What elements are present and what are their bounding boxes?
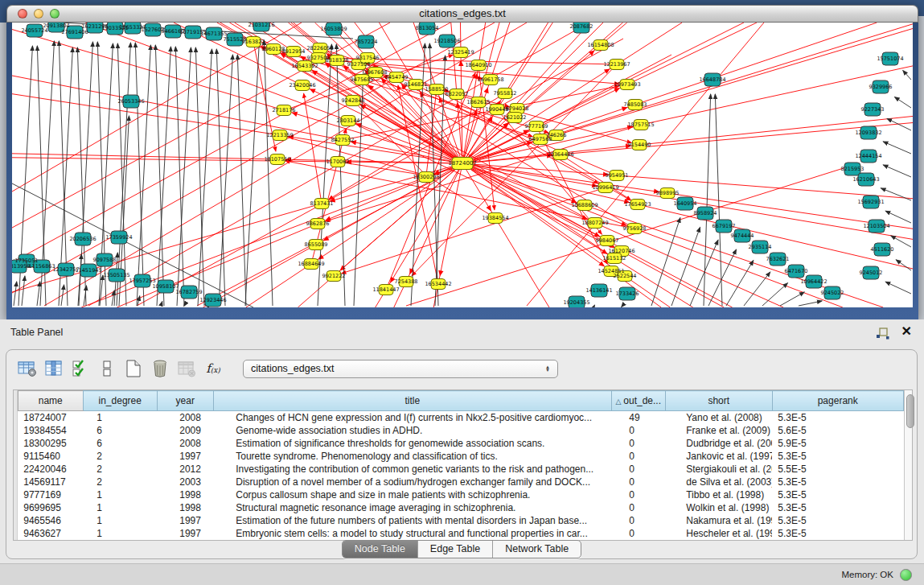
table-row[interactable]: 1938455462009Genome-wide association stu… [18,424,903,437]
table-cell: Nakamura et al. (1997) [665,514,772,527]
table-row[interactable]: 977716911998Corpus callosum shape and si… [18,488,903,501]
graph-edge[interactable] [885,211,911,223]
graph-edge[interactable] [78,254,81,306]
float-panel-icon[interactable] [876,328,890,340]
graph-edge[interactable] [651,218,680,306]
graph-node-label: 2087682 [570,23,593,30]
table-selector-dropdown[interactable]: citations_edges.txt ▲▼ [243,360,558,378]
graph-edge[interactable] [137,45,150,306]
graph-edge[interactable] [12,23,302,192]
zoom-window-button[interactable] [50,9,60,19]
graph-edge[interactable] [336,44,345,306]
graph-edge[interactable] [264,40,273,306]
graph-edge[interactable] [161,301,162,306]
table-selector-value: citations_edges.txt [251,363,335,374]
graph-edge[interactable] [14,282,17,306]
graph-edge[interactable] [285,161,634,229]
graph-edge[interactable] [462,163,913,269]
delete-rows-icon[interactable] [150,358,170,379]
table-cell: 1 [83,411,157,425]
graph-node-label: 16543392 [291,63,318,69]
graph-edge[interactable] [885,282,911,294]
graph-edge[interactable] [622,306,622,307]
graph-node-label: 18807249 [581,220,608,226]
column-header-year[interactable]: year [157,391,213,411]
graph-edge[interactable] [22,276,25,306]
tab-edge-table[interactable]: Edge Table [417,541,492,558]
graph-edge[interactable] [671,227,700,306]
graph-edge[interactable] [135,43,144,306]
graph-node-label: 12093832 [855,130,881,136]
minimize-window-button[interactable] [34,9,43,19]
graph-edge[interactable] [88,31,575,306]
table-cell: 0 [611,437,665,450]
table-row[interactable]: 1872400712008Changes of HCN gene express… [18,411,903,425]
graph-edge[interactable] [329,93,505,200]
new-table-icon[interactable] [124,358,143,379]
graph-edge[interactable] [155,45,164,306]
column-header-in_degree[interactable]: in_degree [83,391,157,411]
graph-edge[interactable] [762,283,788,306]
graph-node-label: 12103504 [863,223,889,229]
graph-node-label: 9245012 [860,270,883,276]
table-row[interactable]: 946554611997Estimation of the future num… [18,514,903,527]
graph-edge[interactable] [799,301,822,306]
network-canvas[interactable]: 2405572420913804276914061623129619033521… [12,23,913,307]
graph-edge[interactable] [883,165,911,177]
graph-edge[interactable] [883,142,911,154]
graph-edge[interactable] [894,97,911,108]
graph-node-label: 9313959 [12,263,30,270]
graph-edge[interactable] [903,70,911,80]
column-header-pagerank[interactable]: pagerank [772,391,903,411]
delete-table-icon[interactable] [177,358,196,379]
graph-node-label: 12325419 [447,49,474,56]
column-header-short[interactable]: short [665,391,772,411]
column-header-out_de[interactable]: △out_de... [611,391,665,411]
memory-status-indicator[interactable] [900,569,912,581]
column-visibility-icon[interactable] [44,358,64,379]
table-cell: 0 [611,450,665,463]
graph-node-label: 9862876 [306,220,330,227]
graph-edge[interactable] [744,272,770,306]
graph-edge[interactable] [780,292,804,306]
graph-node-label: 10973493 [614,81,640,88]
table-row[interactable]: 946362711997Embryonic stem cells: a mode… [18,527,903,540]
graph-node-label: 9242848 [342,97,365,104]
graph-node-label: 7632621 [766,256,790,262]
graph-node-label: 16053809 [320,26,347,32]
row-selection-icon[interactable] [71,358,90,379]
tab-network-table[interactable]: Network Table [492,541,581,558]
table-cell: 5.3E-5 [772,488,903,501]
close-window-button[interactable] [18,9,27,19]
table-mode-icon[interactable] [97,358,117,379]
table-row[interactable]: 1830029562008Estimation of significance … [18,437,903,450]
graph-edge[interactable] [342,187,606,274]
graph-node-label: 6822057 [446,91,469,97]
table-cell: 9777169 [18,488,83,501]
table-row[interactable]: 969969511998Structural magnetic resonanc… [18,501,903,514]
column-header-title[interactable]: title [213,391,611,411]
graph-edge[interactable] [175,47,184,306]
graph-edge[interactable] [881,188,911,200]
tab-node-table[interactable]: Node Table [343,541,417,558]
graph-edge[interactable] [594,305,595,306]
table-row[interactable]: 2242004622012Investigating the contribut… [18,463,903,476]
function-builder-icon[interactable]: f(x) [203,358,223,379]
graph-edge[interactable] [462,163,693,307]
table-settings-icon[interactable] [18,358,37,379]
table-vertical-scrollbar[interactable] [904,390,912,540]
network-window-titlebar[interactable]: citations_edges.txt [6,5,918,23]
graph-edge[interactable] [462,163,843,307]
graph-edge[interactable] [12,183,253,307]
graph-edge[interactable] [237,55,246,306]
column-header-name[interactable]: name [18,391,83,411]
graph-edge[interactable] [245,40,259,306]
close-panel-icon[interactable]: ✕ [901,325,912,338]
graph-edge[interactable] [426,175,495,218]
sort-ascending-icon: △ [615,398,621,406]
table-row[interactable]: 1456911722003Disruption of a novel membe… [18,476,903,488]
graph-edge[interactable] [406,167,846,306]
scrollbar-thumb[interactable] [906,394,914,428]
status-bar: Memory: OK [0,563,924,585]
table-row[interactable]: 911546021997Tourette syndrome. Phenomeno… [18,450,903,463]
